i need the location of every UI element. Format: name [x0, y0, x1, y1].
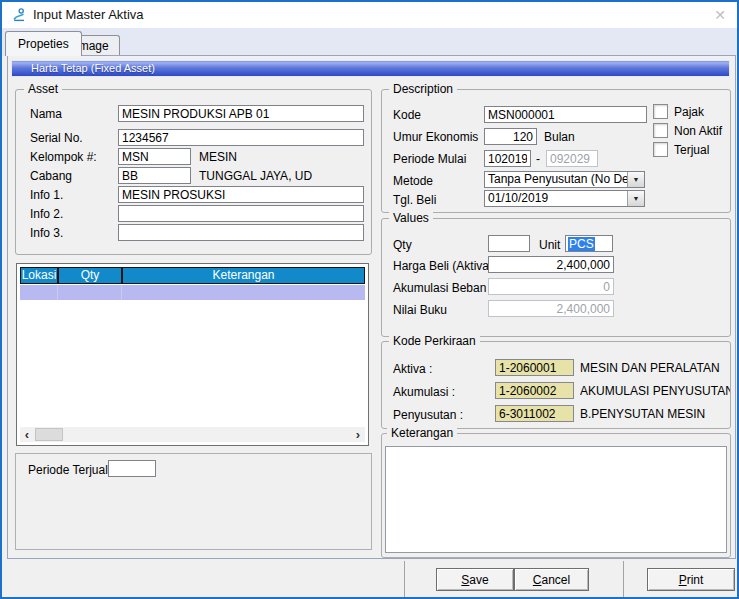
tgl-beli-label: Tgl. Beli	[393, 193, 436, 207]
lokasi-table: Lokasi Qty Keterangan ‹ ›	[16, 263, 369, 446]
asset-group-title: Asset	[24, 83, 62, 95]
values-group-title: Values	[389, 212, 433, 224]
cell-qty[interactable]	[58, 285, 122, 300]
non-aktif-label: Non Aktif	[674, 124, 722, 138]
description-group-title: Description	[389, 83, 457, 95]
akumulasi-beban-input	[488, 278, 614, 295]
kode-input[interactable]	[484, 106, 647, 123]
keterangan-textarea[interactable]	[385, 446, 727, 553]
print-button-label: Print	[648, 570, 734, 590]
info1-input[interactable]	[118, 186, 364, 203]
metode-value: Tanpa Penyusutan (No Dep	[485, 172, 627, 187]
periode-terjual-label: Periode Terjual	[28, 463, 108, 477]
serial-label: Serial No.	[30, 131, 83, 145]
bulan-label: Bulan	[544, 130, 575, 144]
aktiva-label: Aktiva :	[393, 362, 432, 376]
umur-ekonomis-label: Umur Ekonomis	[393, 130, 478, 144]
footer-divider	[623, 561, 624, 598]
unit-input[interactable]: PCS	[565, 235, 613, 252]
terjual-label: Terjual	[674, 143, 709, 157]
kelompok-input[interactable]	[118, 148, 191, 165]
cancel-button-label: Cancel	[515, 570, 588, 590]
akumulasi-beban-label: Akumulasi Beban	[393, 281, 486, 295]
column-header-qty: Qty	[59, 268, 123, 283]
umur-ekonomis-input[interactable]	[484, 128, 537, 145]
penyusutan-label: Penyusutan :	[393, 408, 463, 422]
harga-beli-input[interactable]	[488, 256, 614, 273]
periode-terjual-input[interactable]	[108, 460, 156, 477]
periode-mulai-to-input	[546, 150, 598, 167]
window-title: Input Master Aktiva	[33, 2, 144, 28]
non-aktif-checkbox[interactable]	[653, 123, 668, 138]
input-master-aktiva-window: Input Master Aktiva ✕ Propeties image Ha…	[0, 0, 739, 599]
footer-bar	[2, 559, 737, 599]
kode-label: Kode	[393, 108, 421, 122]
title-bar: Input Master Aktiva ✕	[2, 2, 737, 28]
tgl-beli-value: 01/10/2019	[485, 191, 627, 206]
scroll-right-icon[interactable]: ›	[351, 428, 365, 441]
fixed-asset-banner: Harta Tetap (Fixed Asset)	[11, 60, 730, 77]
nilai-buku-label: Nilai Buku	[393, 303, 447, 317]
cell-lokasi[interactable]	[20, 285, 58, 300]
kode-perkiraan-group-title: Kode Perkiraan	[389, 335, 480, 347]
qty-label: Qty	[393, 238, 412, 252]
metode-label: Metode	[393, 174, 433, 188]
cabang-desc: TUNGGAL JAYA, UD	[199, 169, 312, 183]
keterangan-group-title: Keterangan	[387, 427, 457, 439]
chevron-down-icon[interactable]: ▼	[627, 191, 644, 206]
cancel-button[interactable]: Cancel	[514, 568, 589, 591]
terjual-checkbox[interactable]	[653, 142, 668, 157]
nama-input[interactable]	[118, 105, 364, 122]
unit-selected-text: PCS	[568, 237, 595, 251]
horizontal-scrollbar[interactable]: ‹ ›	[20, 427, 365, 442]
qty-input[interactable]	[488, 235, 530, 252]
periode-mulai-from-input[interactable]	[484, 150, 531, 167]
cabang-label: Cabang	[30, 169, 72, 183]
penyusutan-desc: B.PENYSUTAN MESIN	[580, 407, 705, 421]
info2-label: Info 2.	[30, 207, 63, 221]
lokasi-table-header: Lokasi Qty Keterangan	[20, 267, 365, 284]
pajak-checkbox[interactable]	[653, 104, 668, 119]
akumulasi-label: Akumulasi :	[393, 385, 455, 399]
info2-input[interactable]	[118, 205, 364, 222]
close-icon[interactable]: ✕	[714, 2, 726, 28]
chevron-down-icon[interactable]: ▼	[627, 172, 644, 187]
nama-label: Nama	[30, 107, 62, 121]
table-row-selected[interactable]	[20, 285, 365, 300]
scrollbar-thumb[interactable]	[35, 428, 63, 441]
save-button[interactable]: Save	[436, 568, 514, 591]
tab-properties[interactable]: Propeties	[5, 31, 82, 56]
metode-dropdown[interactable]: Tanpa Penyusutan (No Dep ▼	[484, 171, 645, 188]
footer-divider	[404, 561, 405, 598]
app-icon	[11, 7, 27, 23]
nilai-buku-input	[488, 300, 614, 317]
tgl-beli-dropdown[interactable]: 01/10/2019 ▼	[484, 190, 645, 207]
akumulasi-code-input[interactable]	[495, 382, 574, 399]
column-header-lokasi: Lokasi	[21, 268, 59, 283]
scroll-left-icon[interactable]: ‹	[20, 428, 34, 441]
unit-label: Unit	[539, 238, 560, 252]
akumulasi-desc: AKUMULASI PENYUSUTAN MESIN	[580, 384, 730, 398]
cabang-input[interactable]	[118, 167, 191, 184]
save-button-label: Save	[437, 570, 513, 590]
serial-input[interactable]	[118, 129, 364, 146]
harga-beli-label: Harga Beli (Aktiva)	[393, 259, 493, 273]
tab-strip: Propeties image	[2, 28, 737, 56]
aktiva-desc: MESIN DAN PERALATAN	[580, 361, 720, 375]
kelompok-label: Kelompok #:	[30, 150, 97, 164]
penyusutan-code-input[interactable]	[495, 405, 574, 422]
pajak-label: Pajak	[674, 105, 704, 119]
column-header-keterangan: Keterangan	[123, 268, 364, 283]
info3-input[interactable]	[118, 224, 364, 241]
periode-mulai-label: Periode Mulai	[393, 152, 466, 166]
info1-label: Info 1.	[30, 188, 63, 202]
cell-keterangan[interactable]	[122, 285, 365, 300]
info3-label: Info 3.	[30, 226, 63, 240]
periode-separator: -	[536, 152, 540, 166]
kelompok-desc: MESIN	[199, 150, 237, 164]
aktiva-code-input[interactable]	[495, 359, 574, 376]
print-button[interactable]: Print	[647, 568, 735, 591]
